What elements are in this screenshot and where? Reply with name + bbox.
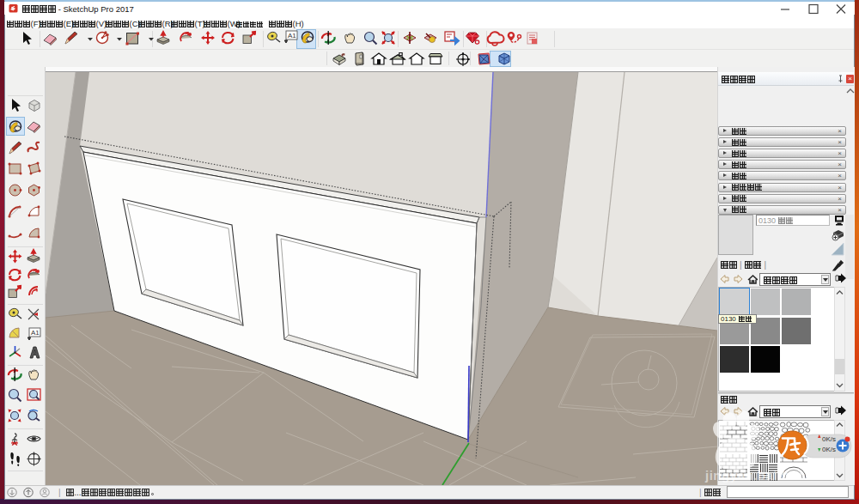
svg-text:A1: A1 xyxy=(288,32,296,39)
svg-text:0K/s: 0K/s xyxy=(822,435,836,443)
svg-text:A1: A1 xyxy=(31,329,40,337)
svg-text:0K/s: 0K/s xyxy=(822,446,836,453)
